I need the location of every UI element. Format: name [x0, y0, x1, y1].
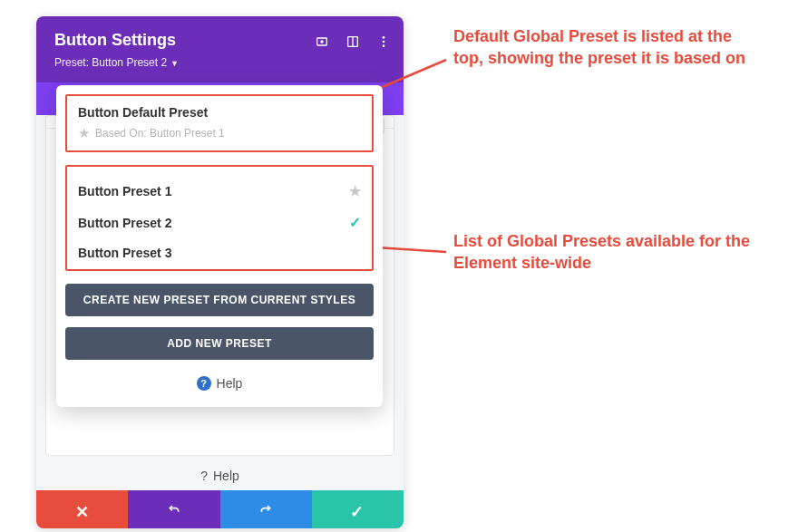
annotation-bottom: List of Global Presets available for the… — [453, 230, 762, 275]
help-icon: ? — [200, 469, 208, 483]
add-preset-button[interactable]: ADD NEW PRESET — [65, 327, 374, 360]
preset-name: Button Preset 3 — [78, 246, 171, 260]
dropdown-help-link[interactable]: ? Help — [65, 376, 374, 391]
preset-name: Button Preset 1 — [78, 184, 171, 198]
cancel-button[interactable]: ✕ — [36, 490, 128, 528]
responsive-icon[interactable] — [315, 34, 329, 49]
more-vertical-icon[interactable] — [376, 34, 391, 49]
footer-action-bar: ✕ ✓ — [36, 490, 404, 528]
default-preset-name: Button Default Preset — [78, 105, 208, 120]
caret-down-icon: ▼ — [170, 59, 179, 68]
svg-point-4 — [383, 36, 385, 39]
check-icon: ✓ — [349, 214, 361, 231]
preset-row-2[interactable]: Button Preset 2 ✓ — [78, 207, 361, 238]
panel-help-link[interactable]: ? Help — [36, 456, 404, 490]
based-on-label: Based On: Button Preset 1 — [95, 127, 225, 140]
preset-dropdown: Button Default Preset ★ Based On: Button… — [56, 85, 383, 407]
preset-label: Preset: Button Preset 2 — [54, 56, 167, 69]
undo-icon — [167, 502, 181, 517]
save-button[interactable]: ✓ — [312, 490, 404, 528]
undo-button[interactable] — [128, 490, 219, 528]
preset-row-1[interactable]: Button Preset 1 ★ — [78, 176, 361, 207]
star-icon: ★ — [78, 125, 90, 141]
preset-selector[interactable]: Preset: Button Preset 2 ▼ — [54, 56, 179, 69]
dropdown-help-label: Help — [217, 376, 243, 391]
redo-button[interactable] — [220, 490, 312, 528]
panel-header: Button Settings Preset: Button Preset 2 … — [36, 16, 404, 82]
header-icon-group — [315, 34, 391, 49]
panel-help-label: Help — [213, 469, 239, 483]
panel-layout-icon[interactable] — [345, 34, 360, 49]
svg-point-1 — [321, 41, 323, 43]
help-icon: ? — [197, 376, 211, 391]
preset-row-3[interactable]: Button Preset 3 — [78, 238, 361, 260]
default-preset-basedon: ★ Based On: Button Preset 1 — [78, 125, 361, 141]
svg-point-6 — [383, 44, 385, 47]
star-icon[interactable]: ★ — [349, 183, 361, 199]
annotation-top: Default Global Preset is listed at the t… — [453, 25, 762, 70]
redo-icon — [258, 502, 273, 517]
preset-name: Button Preset 2 — [78, 216, 171, 230]
default-preset-row[interactable]: Button Default Preset — [78, 105, 361, 127]
default-preset-section: Button Default Preset ★ Based On: Button… — [65, 94, 374, 152]
preset-list-section: Button Preset 1 ★ Button Preset 2 ✓ Butt… — [65, 165, 374, 271]
create-preset-button[interactable]: CREATE NEW PRESET FROM CURRENT STYLES — [65, 284, 374, 316]
svg-point-5 — [383, 41, 385, 44]
check-icon: ✓ — [350, 502, 365, 517]
close-icon: ✕ — [75, 502, 90, 517]
